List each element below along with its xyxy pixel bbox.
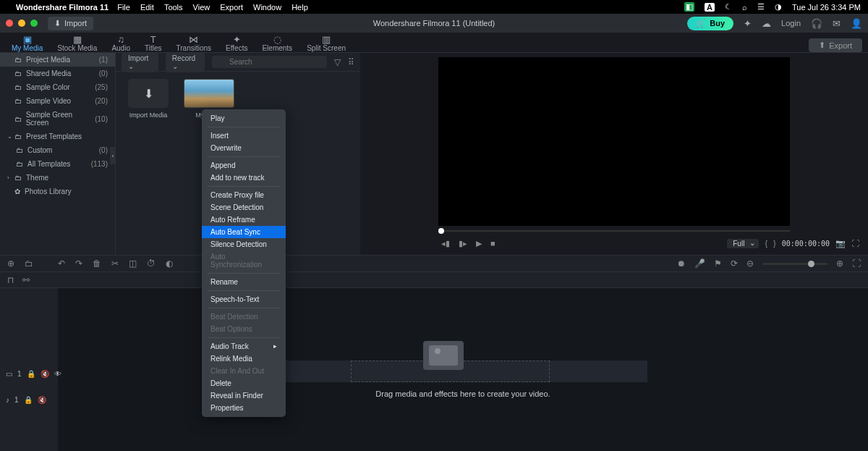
maximize-window-icon[interactable] [30, 20, 38, 27]
lock-icon[interactable]: 🔒 [27, 370, 35, 378]
link-button[interactable]: ⚯ [22, 275, 30, 285]
status-icon-a[interactable]: A [705, 3, 715, 12]
export-button[interactable]: ⬆Export [809, 38, 862, 52]
import-media-cell[interactable]: ⬇ Import Media [123, 79, 174, 119]
delete-button[interactable]: 🗑 [93, 258, 101, 269]
undo-button[interactable]: ↶ [58, 258, 65, 269]
siri-icon[interactable]: ◑ [775, 2, 782, 12]
menu-view[interactable]: View [193, 3, 210, 12]
split-button[interactable]: ✂ [111, 258, 119, 269]
zoom-knob[interactable] [808, 261, 814, 267]
spotlight-icon[interactable]: ⌕ [742, 3, 747, 12]
prev-frame-button[interactable]: ◂▮ [441, 239, 450, 248]
context-menu-item[interactable]: Create Proxy file [202, 189, 286, 201]
sidebar-item-sample-video[interactable]: 🗀Sample Video(20) [0, 94, 115, 108]
sidebar-item-all-templates[interactable]: 🗀All Templates(113) [0, 157, 115, 171]
crop-button[interactable]: ◫ [129, 258, 137, 269]
snapshot-button[interactable]: 📷 [835, 239, 846, 248]
timeline-tracks[interactable]: Drag media and effects here to create yo… [58, 288, 868, 451]
sidebar-item-project-media[interactable]: 🗀Project Media(1) [0, 53, 115, 67]
context-menu-item[interactable]: Overwrite [202, 142, 286, 154]
context-menu-item[interactable]: Add to new track [202, 172, 286, 184]
tab-my-media[interactable]: ▣My Media [4, 35, 50, 52]
context-menu-item[interactable]: Scene Detection [202, 201, 286, 214]
tab-elements[interactable]: ◌Elements [255, 35, 299, 52]
context-menu-item[interactable]: Rename [202, 276, 286, 288]
menu-window[interactable]: Window [253, 3, 281, 12]
preview-video[interactable] [438, 57, 790, 226]
tab-split-screen[interactable]: ▥Split Screen [299, 35, 353, 52]
record-dropdown[interactable]: Record ⌄ [166, 52, 205, 72]
sidebar-item-shared-media[interactable]: 🗀Shared Media(0) [0, 67, 115, 80]
video-track-header[interactable]: ▭ 1 🔒 🔇 👁 [0, 361, 58, 387]
mixer-button[interactable]: 🎤 [694, 258, 705, 269]
play-button[interactable]: ▶ [476, 239, 482, 248]
menu-tools[interactable]: Tools [164, 3, 183, 12]
user-icon[interactable]: 👤 [851, 18, 862, 29]
menu-file[interactable]: File [117, 3, 130, 12]
context-menu-item[interactable]: Auto Reframe [202, 214, 286, 226]
redo-button[interactable]: ↷ [75, 258, 82, 269]
tab-transitions[interactable]: ⋈Transitions [169, 35, 219, 52]
context-menu-item[interactable]: Silence Detection [202, 238, 286, 250]
status-icon[interactable]: ◧ [684, 2, 694, 12]
lock-icon[interactable]: 🔒 [24, 396, 33, 404]
quality-dropdown[interactable]: Full [727, 239, 759, 248]
sidebar-item-sample-color[interactable]: 🗀Sample Color(25) [0, 80, 115, 94]
stop-button[interactable]: ■ [490, 239, 495, 248]
fullscreen-button[interactable]: ⛶ [851, 239, 859, 248]
sidebar-item-preset-templates[interactable]: ⌄🗀Preset Templates [0, 130, 115, 143]
traffic-lights[interactable] [6, 20, 38, 27]
context-menu-item[interactable]: Play [202, 112, 286, 125]
magnet-button[interactable]: ⊓ [7, 275, 14, 285]
mail-icon[interactable]: ✉ [833, 18, 841, 29]
tab-audio[interactable]: ♫Audio [104, 35, 137, 52]
context-menu-item[interactable]: Speech-to-Text [202, 293, 286, 305]
mark-out-button[interactable]: } [773, 239, 776, 248]
context-menu-item[interactable]: Auto Beat Sync [202, 226, 286, 238]
audio-track-header[interactable]: ♪ 1 🔒 🔇 [0, 387, 58, 413]
render-button[interactable]: ⟳ [731, 258, 738, 269]
sidebar-item-custom[interactable]: 🗀Custom(0) [0, 143, 115, 157]
menu-edit[interactable]: Edit [140, 3, 154, 12]
color-button[interactable]: ◐ [166, 258, 173, 269]
zoom-fit-button[interactable]: ⛶ [852, 258, 861, 269]
close-window-icon[interactable] [6, 20, 13, 27]
zoom-out-button[interactable]: ⊖ [746, 258, 754, 269]
headset-icon[interactable]: 🎧 [811, 18, 822, 29]
speed-button[interactable]: ⏱ [147, 258, 156, 269]
context-menu-item[interactable]: Delete [202, 377, 286, 389]
tab-stock-media[interactable]: ▦Stock Media [50, 35, 104, 52]
next-frame-button[interactable]: ▮▸ [459, 239, 467, 248]
playhead-icon[interactable] [438, 228, 444, 234]
buy-button[interactable]: 🛒 Buy [687, 17, 733, 30]
record-button[interactable]: ⏺ [677, 258, 686, 269]
login-link[interactable]: Login [781, 19, 801, 28]
sidebar-item-sample-green[interactable]: 🗀Sample Green Screen(10) [0, 108, 115, 130]
sidebar-item-photos-library[interactable]: ✿Photos Library [0, 185, 115, 198]
filter-icon[interactable]: ▽ [334, 57, 341, 67]
dnd-icon[interactable]: ☾ [725, 2, 732, 12]
context-menu-item[interactable]: Reveal in Finder [202, 389, 286, 402]
context-menu-item[interactable]: Audio Track [202, 340, 286, 353]
datetime[interactable]: Tue Jul 26 3:34 PM [792, 3, 861, 12]
tab-titles[interactable]: TTitles [137, 35, 169, 52]
menu-help[interactable]: Help [292, 3, 308, 12]
import-button[interactable]: ⬇ Import [48, 17, 93, 30]
import-dropdown[interactable]: Import ⌄ [122, 52, 158, 72]
add-track-button[interactable]: ⊕ [7, 258, 14, 269]
zoom-slider[interactable] [762, 263, 827, 265]
menu-export[interactable]: Export [220, 3, 243, 12]
sidebar-item-theme[interactable]: ›🗀Theme [0, 171, 115, 185]
mute-icon[interactable]: 🔇 [41, 370, 49, 378]
context-menu-item[interactable]: Properties [202, 402, 286, 414]
sparkle-icon[interactable]: ✦ [744, 18, 752, 29]
context-menu-item[interactable]: Relink Media [202, 353, 286, 365]
mark-in-button[interactable]: { [765, 239, 767, 248]
zoom-in-button[interactable]: ⊕ [836, 258, 843, 269]
marker-button[interactable]: ⚑ [714, 258, 722, 269]
tab-effects[interactable]: ✦Effects [218, 35, 255, 52]
mute-icon[interactable]: 🔇 [38, 396, 46, 404]
grid-view-icon[interactable]: ⠿ [348, 57, 354, 67]
context-menu-item[interactable]: Append [202, 159, 286, 172]
